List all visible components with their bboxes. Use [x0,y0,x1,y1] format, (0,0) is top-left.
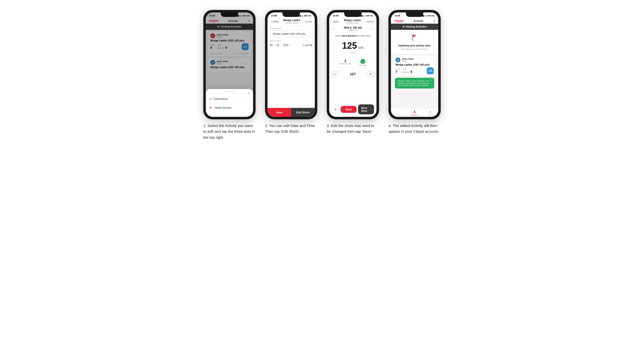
back-button[interactable]: ‹ < Back [270,20,279,23]
difference-metric: 2 Difference (yds) [339,59,351,66]
date-month[interactable]: 03 [276,43,279,47]
status-icons-3: ▮▮▮ ▲ WiFi 5G [360,15,373,17]
notch-3 [344,12,362,17]
next-shot-arrow-button[interactable]: → [370,27,374,31]
caption-3: 3. Edit the shots that need to be change… [327,123,379,135]
cancel-button[interactable]: Cancel [305,20,312,23]
tab-home[interactable]: ⌂ Home [391,110,406,116]
next-shot-button[interactable]: Next Shot → [358,104,374,114]
sheet-edit-item[interactable]: ✏ Edit Activity [209,95,250,103]
activities-icon: ♟ [413,110,416,114]
practice-title-input[interactable]: Wedge Ladder (100–140 yds) [270,30,312,37]
chevron-left-icon: ‹ [270,20,271,23]
save-button[interactable]: Save [268,108,291,117]
phones-row: 14:38 ▮▮▮ ▲ WiFi 5G clippd Activity ≡ ⚙ … [202,10,442,140]
date-day[interactable]: 06 [270,43,273,47]
caption-1: 1. Select the Activity you want to edit … [203,123,256,140]
prev-shot-button[interactable]: ← [332,27,335,31]
shots-stat-4: Shots OUT OF 9 [402,68,412,74]
status-time-3: 14:39 [333,14,338,17]
activity-card-4[interactable]: JC Josh Coles Today ··· Wedge Ladder (10… [393,55,436,76]
cancel-button-3[interactable]: Cancel [366,20,374,23]
datetime-row: 06 / 03 / 2023 1:13 PM [270,43,312,47]
phone-4-screen: 14:38 ▮▮▮ ▲ WiFi 5G clippd Activity ≡ ⚙ … [391,12,438,117]
status-time-4: 14:38 [394,14,400,17]
time-value[interactable]: 1:13 PM [303,44,312,47]
notch-4 [406,12,423,17]
edit-icon: ✏ [209,97,212,101]
nav-logo-4: clippd [394,19,403,23]
phone-4: 14:38 ▮▮▮ ▲ WiFi 5G clippd Activity ≡ ⚙ … [388,10,441,119]
nav-center-3: Wedge Ladder 06 Mar 2023 [338,19,366,24]
sheet-delete-item[interactable]: 🗑 Delete Activity [209,103,250,112]
edit-shots-button[interactable]: Edit Shots [291,108,315,117]
tab-capture[interactable]: ⊕ Capture [422,110,438,116]
nav-bar-4: clippd Activity ≡ [391,18,438,24]
back-button-3[interactable]: ‹ Back [332,20,338,23]
user-info-4: Josh Coles Today [402,58,414,62]
card-user-4: JC Josh Coles Today [396,57,414,62]
svg-marker-1 [413,34,416,37]
chevron-left-icon-3: ‹ [332,20,333,23]
nav-bar-3: ‹ Back Wedge Ladder 06 Mar 2023 Cancel [329,18,376,25]
shot-info: Shot 6, 125 yds Score 7/9 [344,26,362,31]
sheet-handle [225,91,234,92]
user-name-4: Josh Coles [402,58,414,60]
tab-home-label: Home [396,114,401,116]
date-sep-1: / [274,44,275,47]
decrement-button[interactable]: − [332,71,339,78]
phone-1: 14:38 ▮▮▮ ▲ WiFi 5G clippd Activity ≡ ⚙ … [203,10,256,119]
toast-close-icon[interactable]: ✕ [430,79,432,82]
sheet-close-icon[interactable]: ✕ [248,91,250,95]
shot-nav: ← Shot 6, 125 yds Score 7/9 → [332,26,374,31]
hit-target-label: Hit Target [359,64,366,66]
viewing-label-4: Viewing Activities [406,25,426,28]
shot-input[interactable]: 127 [341,70,365,78]
three-dots-4[interactable]: ··· [430,58,434,62]
phone-2-wrapper: 14:38 ▮▮▮ ▲ WiFi 5G ‹ < Back Wedge Ladde… [264,10,318,135]
golf-flag-icon [410,33,419,42]
increment-button[interactable]: + [367,71,374,78]
hit-target-metric: ✓ Hit Target [359,59,366,66]
nav-center-2: Wedge Ladder 06 Mar 2023 [279,19,305,24]
sq-badge-4: 118 [427,67,434,74]
score-value-4: 7 [396,70,400,74]
date-sep-2: / [281,44,282,47]
score-stat-4: Score 7 [396,68,400,74]
nav-menu-icon-4[interactable]: ≡ [434,19,435,23]
difference-label: Difference (yds) [339,63,351,65]
updating-section: Updating your activity data. This may ta… [391,30,438,54]
phone-2: 14:38 ▮▮▮ ▲ WiFi 5G ‹ < Back Wedge Ladde… [265,10,317,119]
viewing-banner-4: ⚙ Viewing Activities [391,24,438,30]
date-year[interactable]: 2023 [283,43,288,47]
card-stats-4: Score 7 Shots OUT OF 9 [396,67,434,74]
shot-actions: 🗑 Save Next Shot → [329,102,376,117]
status-time-2: 14:38 [271,14,277,17]
distance-value: 125 [342,40,357,51]
caption-4: 4. The edited Activity will then appear … [388,123,441,135]
difference-value: 2 [339,59,351,63]
status-icons-2: ▮▮▮ ▲ WiFi 5G [298,15,311,17]
datetime-label: Date & Time [270,40,312,42]
tab-bar: ⌂ Home ♟ Activities ⊕ Capture [391,108,438,117]
shot-input-row: − 127 + [332,70,374,78]
capture-icon: ⊕ [429,110,432,114]
tab-capture-label: Capture [427,114,434,116]
filter-icon-4: ⚙ [402,25,404,28]
save-shot-button[interactable]: Save [341,106,356,113]
phone-3-screen: 14:39 ▮▮▮ ▲ WiFi 5G ‹ Back Wedge Ladder … [329,12,376,117]
phone-2-screen: 14:38 ▮▮▮ ▲ WiFi 5G ‹ < Back Wedge Ladde… [268,12,315,117]
svg-point-2 [411,41,414,42]
tab-activities[interactable]: ♟ Activities [406,110,422,116]
delete-shot-button[interactable]: 🗑 [332,106,339,113]
updating-sub: This may take a few moments. [401,48,428,50]
tab-activities-label: Activities [411,114,418,116]
practice-title-label: Practice Title [270,27,312,29]
target-label: Target [332,51,374,54]
hit-target-circle: ✓ [360,59,365,64]
nav-title-4: Activity [414,19,424,22]
card-header-4: JC Josh Coles Today ··· [396,57,434,62]
form-actions: Save Edit Shots [268,108,315,117]
shot-distance: 125 yds Target [332,38,374,56]
phone-3-wrapper: 14:39 ▮▮▮ ▲ WiFi 5G ‹ Back Wedge Ladder … [326,10,380,135]
